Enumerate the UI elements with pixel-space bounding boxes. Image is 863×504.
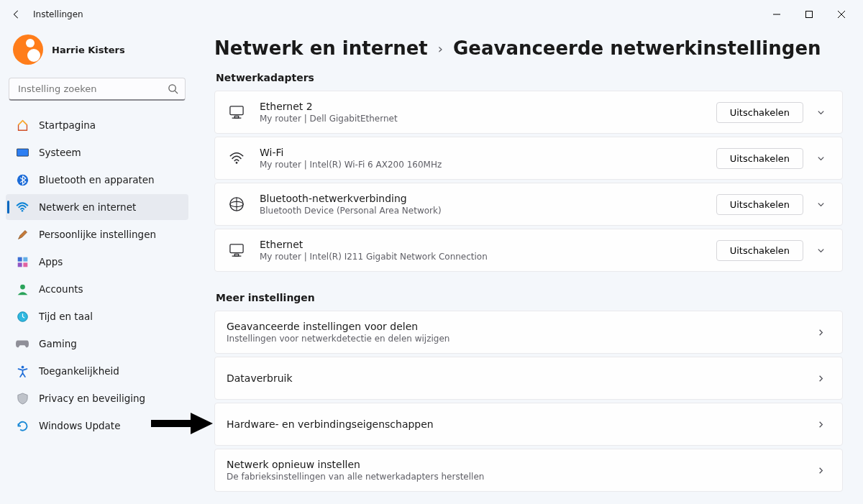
svg-rect-10 [17, 262, 22, 267]
svg-rect-23 [230, 244, 243, 253]
search-input[interactable] [9, 78, 186, 101]
more-setting-sub: Instellingen voor netwerkdetectie en del… [227, 334, 811, 344]
clock-icon [16, 310, 29, 323]
sidebar-item-label: Toegankelijkheid [39, 365, 119, 377]
shield-icon [16, 392, 29, 405]
sidebar-item-label: Privacy en beveiliging [39, 393, 145, 404]
adapter-sub: Bluetooth Device (Personal Area Network) [260, 206, 716, 216]
disable-button[interactable]: Uitschakelen [716, 148, 803, 169]
section-more-title: Meer instellingen [216, 292, 843, 303]
sidebar-item-label: Systeem [39, 147, 81, 158]
chevron-right-icon [811, 460, 831, 480]
avatar [13, 35, 43, 65]
svg-point-7 [22, 210, 24, 212]
adapter-title: Bluetooth-netwerkverbinding [260, 193, 716, 204]
sidebar-item-label: Tijd en taal [39, 311, 93, 322]
sidebar-item-label: Startpagina [39, 119, 96, 131]
breadcrumb-parent[interactable]: Netwerk en internet [214, 37, 428, 59]
page-title: Geavanceerde netwerkinstellingen [453, 37, 821, 59]
adapters-list: Ethernet 2 My router | Dell GigabitEther… [214, 91, 843, 272]
person-icon [16, 283, 29, 295]
bluetooth-icon [16, 173, 29, 186]
adapter-sub: My router | Dell GigabitEthernet [260, 114, 716, 124]
section-adapters-title: Netwerkadapters [216, 72, 843, 83]
sidebar-item-time[interactable]: Tijd en taal [6, 303, 188, 329]
more-settings-list: Geavanceerde instellingen voor delen Ins… [214, 311, 843, 492]
window-title: Instellingen [33, 9, 83, 19]
maximize-button[interactable] [793, 4, 825, 25]
minimize-button[interactable] [760, 4, 793, 25]
more-setting-title: Netwerk opnieuw instellen [227, 459, 811, 470]
chevron-right-icon [811, 322, 831, 342]
adapter-card[interactable]: Ethernet My router | Intel(R) I211 Gigab… [214, 229, 843, 272]
expand-button[interactable] [811, 240, 831, 260]
sidebar-item-label: Bluetooth en apparaten [39, 174, 155, 185]
adapter-sub: My router | Intel(R) I211 Gigabit Networ… [260, 252, 716, 262]
sidebar-item-home[interactable]: Startpagina [6, 112, 188, 138]
ethernet-icon [227, 240, 247, 260]
expand-button[interactable] [811, 148, 831, 168]
sidebar-item-gaming[interactable]: Gaming [6, 331, 188, 357]
adapter-card[interactable]: Ethernet 2 My router | Dell GigabitEther… [214, 91, 843, 134]
bt-pan-icon [227, 194, 247, 214]
sidebar-item-update[interactable]: Windows Update [6, 413, 188, 439]
sidebar-item-label: Gaming [39, 338, 77, 349]
more-setting-title: Hardware- en verbindingseigenschappen [227, 418, 811, 430]
ethernet-icon [227, 102, 247, 122]
home-icon [16, 119, 29, 132]
apps-icon [16, 255, 29, 268]
close-button[interactable] [825, 4, 857, 25]
svg-rect-9 [23, 257, 27, 261]
adapter-sub: My router | Intel(R) Wi-Fi 6 AX200 160MH… [260, 160, 716, 170]
sidebar-item-personalization[interactable]: Persoonlijke instellingen [6, 221, 188, 247]
svg-rect-5 [17, 149, 27, 155]
disable-button[interactable]: Uitschakelen [716, 240, 803, 261]
chevron-right-icon [811, 414, 831, 434]
sidebar-item-network[interactable]: Netwerk en internet [6, 194, 188, 220]
svg-rect-1 [805, 12, 812, 18]
expand-button[interactable] [811, 102, 831, 122]
svg-point-12 [20, 284, 25, 289]
sidebar-item-apps[interactable]: Apps [6, 249, 188, 275]
adapter-card[interactable]: Wi-Fi My router | Intel(R) Wi-Fi 6 AX200… [214, 137, 843, 180]
sidebar-item-label: Netwerk en internet [39, 201, 136, 213]
svg-rect-11 [23, 262, 27, 267]
update-icon [16, 419, 29, 432]
sidebar-item-bluetooth[interactable]: Bluetooth en apparaten [6, 167, 188, 193]
sidebar-item-label: Accounts [39, 283, 83, 295]
gaming-icon [16, 337, 29, 350]
svg-point-19 [236, 162, 238, 164]
disable-button[interactable]: Uitschakelen [716, 102, 803, 123]
wifi-icon [227, 148, 247, 168]
more-setting-hardware[interactable]: Hardware- en verbindingseigenschappen [214, 403, 843, 446]
adapter-title: Wi-Fi [260, 147, 716, 158]
more-setting-title: Dataverbruik [227, 372, 811, 384]
adapter-card[interactable]: Bluetooth-netwerkverbinding Bluetooth De… [214, 183, 843, 226]
more-setting-datausage[interactable]: Dataverbruik [214, 357, 843, 400]
adapter-title: Ethernet [260, 239, 716, 250]
sidebar-item-label: Windows Update [39, 420, 120, 431]
back-button[interactable] [6, 4, 27, 25]
sidebar-item-accounts[interactable]: Accounts [6, 276, 188, 302]
sidebar-item-system[interactable]: Systeem [6, 139, 188, 165]
disable-button[interactable]: Uitschakelen [716, 194, 803, 215]
sidebar-item-accessibility[interactable]: Toegankelijkheid [6, 358, 188, 384]
breadcrumb: Netwerk en internet › Geavanceerde netwe… [214, 37, 843, 59]
sidebar-item-privacy[interactable]: Privacy en beveiliging [6, 385, 188, 411]
system-icon [16, 146, 29, 159]
svg-rect-8 [17, 257, 22, 261]
more-setting-sharing[interactable]: Geavanceerde instellingen voor delen Ins… [214, 311, 843, 354]
expand-button[interactable] [811, 194, 831, 214]
chevron-right-icon: › [438, 41, 443, 56]
accessibility-icon [16, 365, 29, 377]
svg-rect-16 [230, 106, 243, 115]
chevron-right-icon [811, 368, 831, 388]
more-setting-reset[interactable]: Netwerk opnieuw instellen De fabrieksins… [214, 449, 843, 492]
svg-point-15 [21, 365, 24, 368]
sidebar-item-label: Persoonlijke instellingen [39, 229, 156, 240]
more-setting-sub: De fabrieksinstellingen van alle netwerk… [227, 472, 811, 482]
sidebar-item-label: Apps [39, 256, 63, 267]
network-icon [16, 201, 29, 214]
user-profile[interactable]: Harrie Kisters [6, 29, 188, 78]
user-name: Harrie Kisters [52, 45, 125, 55]
